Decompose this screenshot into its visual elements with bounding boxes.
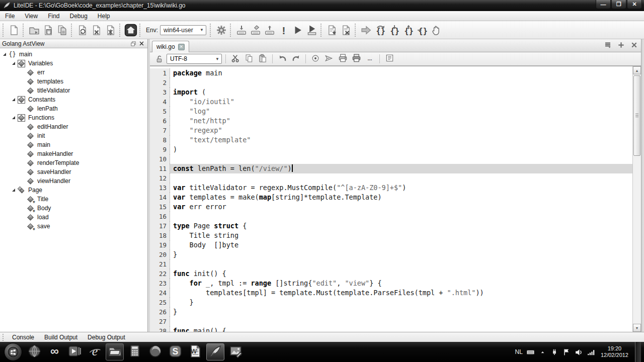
paste-button[interactable] — [257, 53, 269, 64]
tab-close-button[interactable] — [629, 41, 639, 50]
more-button[interactable]: ... — [364, 53, 376, 64]
print-2-button[interactable] — [350, 53, 362, 64]
menu-help[interactable]: Help — [93, 12, 115, 21]
tree-item-Body[interactable]: +Body — [0, 204, 147, 213]
network-signal-icon[interactable] — [587, 348, 595, 356]
tree-item-saveHandler[interactable]: saveHandler — [0, 167, 147, 176]
code-line-13[interactable]: 13var titleValidator = regexp.MustCompil… — [150, 183, 632, 193]
taskbar-skype[interactable]: S — [166, 343, 184, 360]
undo-button[interactable] — [276, 53, 288, 64]
code-line-20[interactable]: 20} — [150, 250, 632, 259]
export-doc-button[interactable] — [325, 23, 339, 37]
close-button[interactable]: ✕ — [627, 0, 642, 9]
code-line-17[interactable]: 17type Page struct { — [150, 221, 632, 231]
code-line-3[interactable]: 3import ( — [150, 87, 632, 97]
taskbar-calculator[interactable] — [126, 343, 144, 360]
new-file-button[interactable] — [7, 23, 21, 37]
code-line-8[interactable]: 8 "text/template" — [150, 135, 632, 145]
taskbar-windows-explorer[interactable] — [106, 343, 124, 360]
step-into-button[interactable]: {} — [387, 23, 401, 37]
expander-icon[interactable] — [12, 62, 15, 65]
restore-button[interactable]: ❐ — [611, 0, 626, 9]
redo-button[interactable] — [290, 53, 302, 64]
code-line-7[interactable]: 7 "regexp" — [150, 126, 632, 135]
lock-icon[interactable] — [153, 53, 165, 64]
run-output-button[interactable] — [305, 23, 319, 37]
home-button[interactable] — [124, 23, 138, 37]
code-editor[interactable]: 1package main23import (4 "io/ioutil"5 "l… — [150, 66, 632, 332]
pause-hand-button[interactable] — [430, 23, 444, 37]
code-line-9[interactable]: 9) — [150, 145, 632, 154]
run-button[interactable] — [291, 23, 305, 37]
code-line-18[interactable]: 18 Title string — [150, 231, 632, 240]
record-button[interactable] — [309, 53, 321, 64]
continue-arrow-button[interactable] — [359, 23, 373, 37]
tree-item-Variables[interactable]: Variables — [0, 59, 147, 68]
tree-item-Functions[interactable]: Functions — [0, 113, 147, 122]
tree-item-Page[interactable]: Page — [0, 186, 147, 195]
code-line-4[interactable]: 4 "io/ioutil" — [150, 97, 632, 107]
code-line-28[interactable]: 28func main() { — [150, 326, 632, 332]
minimize-button[interactable]: — — [596, 0, 611, 9]
export-button[interactable] — [323, 53, 335, 64]
show-desktop-button[interactable] — [635, 342, 641, 362]
code-line-24[interactable]: 24 templates[tmpl] = template.Must(templ… — [150, 288, 632, 298]
open-file-button[interactable] — [27, 23, 41, 37]
start-button[interactable] — [4, 343, 22, 361]
tree-item-main[interactable]: {}main — [0, 50, 147, 59]
clock[interactable]: 19:20 12/02/2012 — [601, 345, 628, 358]
runto-brace-button[interactable]: {} — [416, 23, 430, 37]
options-gear-button[interactable] — [214, 23, 228, 37]
tree-item-load[interactable]: load — [0, 213, 147, 222]
code-line-25[interactable]: 25 } — [150, 298, 632, 307]
scroll-down-icon[interactable]: ▼ — [633, 324, 641, 332]
scroll-up-icon[interactable]: ▲ — [633, 66, 641, 74]
expander-icon[interactable] — [12, 98, 15, 101]
code-line-15[interactable]: 15var err error — [150, 202, 632, 212]
code-line-21[interactable]: 21 — [150, 259, 632, 269]
taskbar-internet-explorer[interactable]: e — [86, 343, 104, 360]
power-plug-icon[interactable] — [550, 348, 559, 356]
tree-item-renderTemplate[interactable]: renderTemplate — [0, 158, 147, 167]
tree-item-viewHandler[interactable]: viewHandler — [0, 176, 147, 186]
reload-file-button[interactable] — [75, 23, 90, 37]
tree-item-lenPath[interactable]: lenPath — [0, 104, 147, 113]
tree-item-save[interactable]: +save — [0, 222, 147, 231]
code-line-14[interactable]: 14var templates = make(map[string]*templ… — [150, 193, 632, 202]
tree-item-templates[interactable]: templates — [0, 77, 147, 86]
output-tab-debug-output[interactable]: Debug Output — [83, 333, 130, 341]
taskbar-infinity-app[interactable]: ∞ — [45, 343, 63, 360]
code-line-10[interactable]: 10 — [150, 154, 632, 164]
tree-item-titleValidator[interactable]: titleValidator — [0, 86, 147, 95]
tree-item-makeHandler[interactable]: makeHandler — [0, 149, 147, 158]
scrollbar-track[interactable] — [633, 74, 641, 324]
language-indicator[interactable]: NL — [515, 348, 523, 355]
encoding-select[interactable]: UTF-8 ▼ — [167, 54, 222, 64]
expander-icon[interactable] — [12, 116, 15, 119]
menu-debug[interactable]: Debug — [64, 12, 92, 21]
hidden-icons-arrow-icon[interactable] — [538, 348, 547, 356]
keyboard-icon[interactable] — [526, 348, 535, 356]
build-install-button[interactable] — [263, 23, 277, 37]
env-select[interactable]: win64-user▼ — [160, 25, 206, 35]
tree-item-main[interactable]: main — [0, 140, 147, 149]
output-tab-build-output[interactable]: Build Output — [39, 333, 83, 341]
build-edit-button[interactable] — [249, 23, 263, 37]
close-doc-button[interactable] — [339, 23, 353, 37]
close-panel-button[interactable] — [137, 40, 145, 47]
scrollbar-thumb[interactable] — [633, 75, 640, 156]
tree-item-editHandler[interactable]: editHandler — [0, 122, 147, 131]
save-all-button[interactable] — [55, 23, 69, 37]
code-line-1[interactable]: 1package main — [150, 68, 632, 78]
close-file-button[interactable] — [90, 23, 104, 37]
step-over-button[interactable]: {} — [373, 23, 387, 37]
taskbar-network-globe[interactable] — [25, 343, 43, 360]
code-line-5[interactable]: 5 "log" — [150, 107, 632, 116]
tree-item-Title[interactable]: +Title — [0, 195, 147, 204]
tab-close-icon[interactable]: ✕ — [178, 44, 185, 50]
build-button[interactable] — [234, 23, 249, 37]
menu-view[interactable]: View — [20, 12, 43, 21]
menu-find[interactable]: Find — [43, 12, 64, 21]
step-out-button[interactable]: {} — [401, 23, 416, 37]
code-line-19[interactable]: 19 Body []byte — [150, 240, 632, 250]
